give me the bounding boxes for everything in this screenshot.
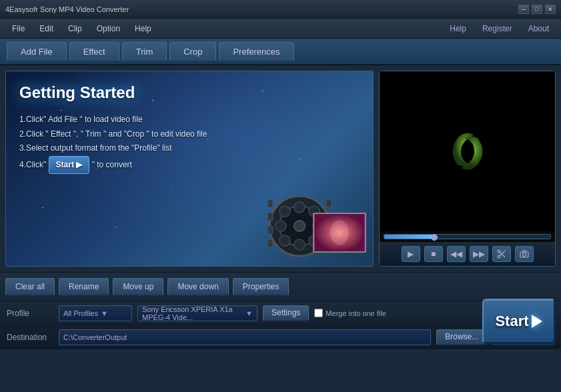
svg-point-22 [498, 255, 500, 258]
instruction-4: 4.Click" Start ▶ " to convert [19, 156, 360, 175]
menubar: File Edit Clip Option Help Help Register… [0, 19, 561, 39]
instruction-3: 3.Select output format from the "Profile… [19, 141, 360, 156]
tab-preferences[interactable]: Preferences [219, 42, 294, 61]
title-text: 4Easysofr Sony MP4 Video Converter [5, 5, 518, 13]
video-preview-panel: ▶ ■ ◀◀ ▶▶ [379, 71, 556, 267]
tab-crop[interactable]: Crop [169, 42, 216, 61]
move-up-button[interactable]: Move up [113, 278, 163, 296]
window-controls: ─ □ ✕ [518, 5, 556, 14]
destination-input[interactable] [59, 329, 431, 345]
instructions-block: 1.Click" Add File " to load video file 2… [6, 110, 373, 177]
menu-about[interactable]: About [522, 21, 556, 36]
format-dropdown[interactable]: Sony Ericsson XPERIA X1a MPEG-4 Vide... … [137, 305, 257, 321]
instruction-2: 2.Click " Effect ", " Trim " and "Crop "… [19, 127, 360, 142]
svg-point-20 [330, 220, 349, 245]
svg-point-21 [498, 250, 500, 253]
video-preview-area [380, 71, 555, 231]
svg-rect-13 [267, 226, 273, 234]
menu-option[interactable]: Option [90, 21, 127, 36]
svg-rect-11 [267, 199, 273, 207]
titlebar: 4Easysofr Sony MP4 Video Converter ─ □ ✕ [0, 0, 561, 19]
stop-button[interactable]: ■ [424, 246, 443, 262]
menu-help[interactable]: Help [128, 21, 158, 36]
video-progress-fill [384, 235, 434, 239]
format-value: Sony Ericsson XPERIA X1a MPEG-4 Vide... [142, 305, 243, 321]
menu-help-right[interactable]: Help [443, 21, 473, 36]
rename-button[interactable]: Rename [59, 278, 109, 296]
bottom-section: Profile All Profiles ▼ Sony Ericsson XPE… [0, 301, 561, 349]
svg-point-10 [279, 235, 290, 246]
profile-dropdown[interactable]: All Profiles ▼ [59, 305, 132, 321]
getting-started-panel: Getting Started 1.Click" Add File " to l… [5, 71, 374, 267]
profile-label: Profile [7, 309, 53, 318]
svg-point-7 [279, 206, 290, 217]
destination-row: Destination Browse... Open Folder [0, 325, 561, 349]
getting-started-title: Getting Started [6, 71, 373, 110]
video-progress-thumb[interactable] [431, 234, 438, 241]
profile-dropdown-arrow: ▼ [101, 309, 108, 317]
fastforward-button[interactable]: ▶▶ [470, 246, 488, 262]
tab-add-file[interactable]: Add File [7, 42, 67, 61]
menu-clip[interactable]: Clip [61, 21, 89, 36]
start-area: Start [482, 299, 556, 344]
merge-label: Merge into one file [326, 309, 386, 317]
menu-register[interactable]: Register [476, 21, 519, 36]
menu-edit[interactable]: Edit [33, 21, 60, 36]
main-content: Getting Started 1.Click" Add File " to l… [0, 65, 561, 272]
menu-file[interactable]: File [5, 21, 31, 36]
menu-right: Help Register About [443, 21, 556, 36]
preview-logo [441, 125, 494, 178]
clip-button[interactable] [492, 246, 511, 262]
browse-button[interactable]: Browse... [436, 329, 487, 345]
action-buttons-bar: Clear all Rename Move up Move down Prope… [0, 272, 561, 301]
svg-rect-15 [326, 199, 332, 207]
close-button[interactable]: ✕ [545, 5, 556, 14]
video-controls: ▶ ■ ◀◀ ▶▶ [380, 242, 555, 266]
film-photo-thumbnail [313, 213, 366, 253]
svg-point-5 [275, 221, 286, 231]
tab-effect[interactable]: Effect [69, 42, 119, 61]
start-button[interactable]: Start [482, 299, 556, 344]
move-down-button[interactable]: Move down [167, 278, 228, 296]
start-arrow-icon [532, 315, 542, 328]
profile-value: All Profiles [63, 309, 98, 317]
maximize-button[interactable]: □ [532, 5, 542, 14]
clear-all-button[interactable]: Clear all [5, 278, 55, 296]
start-inline-label: Start ▶ [49, 156, 90, 175]
minimize-button[interactable]: ─ [518, 5, 529, 14]
format-dropdown-arrow: ▼ [245, 309, 253, 317]
instruction-1: 1.Click" Add File " to load video file [19, 113, 360, 127]
svg-point-2 [294, 221, 305, 231]
scissors-icon [497, 249, 506, 259]
svg-point-3 [294, 202, 305, 213]
camera-icon [520, 250, 529, 258]
play-button[interactable]: ▶ [402, 246, 420, 262]
rewind-button[interactable]: ◀◀ [447, 246, 466, 262]
properties-button[interactable]: Properties [233, 278, 290, 296]
toolbar: Add File Effect Trim Crop Preferences [0, 39, 561, 65]
destination-label: Destination [7, 333, 53, 342]
svg-rect-14 [267, 239, 273, 247]
merge-checkbox[interactable] [314, 309, 323, 317]
merge-checkbox-group: Merge into one file [314, 309, 386, 317]
tab-trim[interactable]: Trim [122, 42, 167, 61]
video-progress-bar-container[interactable] [384, 234, 551, 239]
snapshot-button[interactable] [515, 246, 534, 262]
menu-left: File Edit Clip Option Help [5, 21, 443, 36]
svg-point-26 [522, 253, 526, 257]
start-button-label: Start [495, 313, 528, 330]
profile-row: Profile All Profiles ▼ Sony Ericsson XPE… [0, 301, 561, 325]
settings-button[interactable]: Settings [263, 305, 309, 321]
svg-rect-12 [267, 213, 273, 221]
svg-point-4 [294, 239, 305, 250]
